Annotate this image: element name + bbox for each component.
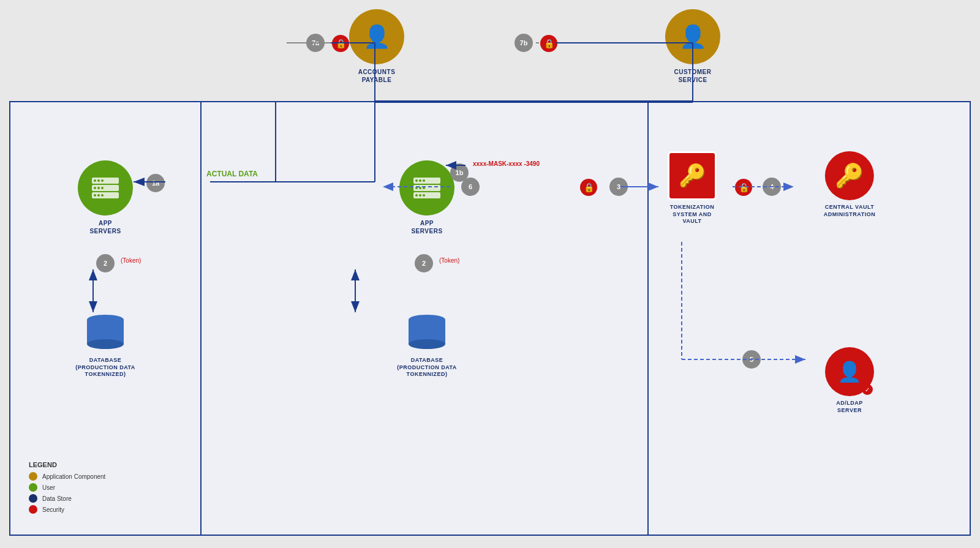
step-4-badge: 4 — [763, 178, 781, 196]
step-6-badge: 6 — [461, 178, 480, 196]
legend-item-security: Security — [29, 505, 105, 514]
step-3-badge: 3 — [609, 178, 628, 196]
legend-dot-gold — [29, 472, 37, 481]
actual-data-label: ACTUAL DATA — [206, 170, 258, 178]
accounts-payable-icon: 👤 — [349, 9, 404, 64]
step-7a-badge: 7a — [306, 34, 325, 52]
token-right-label: (Token) — [439, 257, 459, 264]
legend-dot-red — [29, 505, 37, 514]
token-left-label: (Token) — [121, 257, 141, 264]
lock-7b-icon: 🔒 — [540, 35, 557, 52]
customer-service-actor: 👤 CUSTOMER SERVICE — [665, 9, 720, 84]
adldap-actor: 👤 ✓ AD/LDAPSERVER — [370, 347, 980, 414]
db-left-actor: DATABASE(PRODUCTION DATA TOKENNIZED) — [69, 310, 142, 378]
adldap-label: AD/LDAPSERVER — [836, 400, 863, 414]
legend-item-app: Application Component — [29, 472, 105, 481]
legend-label-security: Security — [42, 506, 64, 513]
app-server-right-icon — [399, 160, 454, 216]
lock-4-icon: 🔒 — [735, 179, 752, 196]
legend-item-user: User — [29, 483, 105, 492]
legend-dot-darkblue — [29, 494, 37, 503]
step-7b-badge: 7b — [514, 34, 533, 52]
lock-6-icon: 🔒 — [580, 179, 597, 196]
app-server-right-label: APPSERVERS — [411, 219, 442, 235]
central-vault-label: CENTRAL VAULTADMINISTRATION — [824, 204, 875, 218]
accounts-payable-actor: 👤 ACCOUNTS PAYABLE — [349, 9, 404, 84]
legend-dot-green — [29, 483, 37, 492]
mask-label: xxxx-MASK-xxxx -3490 — [473, 160, 540, 167]
step-1a-badge: 1a — [146, 174, 165, 192]
tokenization-label: TOKENIZATIONSYSTEM ANDVAULT — [670, 204, 715, 225]
legend-title: LEGEND — [29, 461, 105, 468]
legend-item-store: Data Store — [29, 494, 105, 503]
customer-service-icon: 👤 — [665, 9, 720, 64]
adldap-check-icon: ✓ — [862, 384, 873, 395]
section-divider-2 — [647, 102, 649, 535]
accounts-payable-label: ACCOUNTS PAYABLE — [358, 68, 396, 84]
app-server-right-actor: APPSERVERS — [399, 160, 454, 235]
legend-label-store: Data Store — [42, 495, 72, 502]
diagram-area: 👤 ACCOUNTS PAYABLE 👤 CUSTOMER SERVICE 7a… — [0, 0, 980, 548]
db-left-label: DATABASE(PRODUCTION DATA TOKENNIZED) — [69, 357, 142, 378]
step-2b-badge: 2 — [415, 254, 433, 272]
app-server-left-label: APPSERVERS — [89, 219, 121, 235]
app-server-left-actor: APPSERVERS — [78, 160, 133, 235]
main-box: APPSERVERS DATABASE(PRODUCTION DATA TOKE… — [9, 101, 971, 536]
customer-service-label: CUSTOMER SERVICE — [674, 68, 711, 84]
legend: LEGEND Application Component User Data S… — [29, 461, 105, 516]
tokenization-actor: 🔑 TOKENIZATIONSYSTEM ANDVAULT — [668, 151, 717, 225]
central-vault-icon: 🔑 — [825, 151, 874, 200]
legend-label-app: Application Component — [42, 473, 105, 480]
central-vault-actor: 🔑 CENTRAL VAULTADMINISTRATION — [824, 151, 875, 218]
step-2a-badge: 2 — [96, 254, 115, 272]
section-divider-1 — [200, 102, 202, 535]
app-server-left-icon — [78, 160, 133, 216]
lock-7a-icon: 🔒 — [332, 35, 349, 52]
legend-label-user: User — [42, 484, 55, 491]
